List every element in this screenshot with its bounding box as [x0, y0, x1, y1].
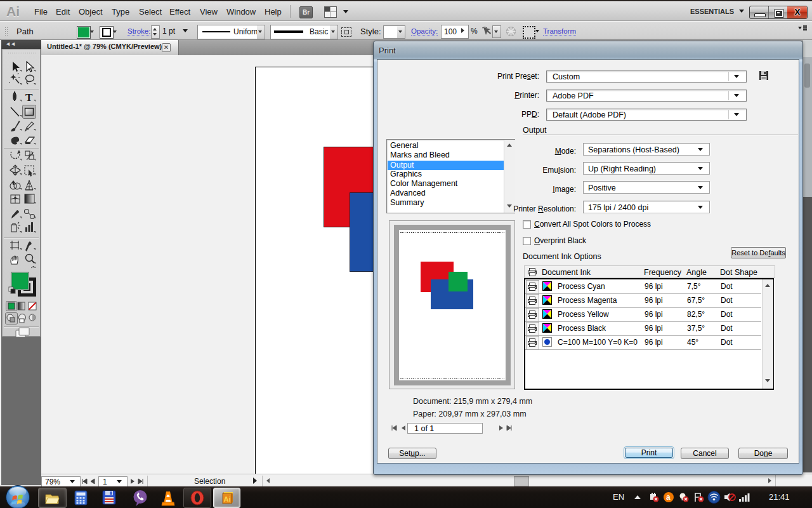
svg-text:Ai: Ai — [224, 495, 231, 503]
svg-text:a: a — [666, 493, 671, 502]
svg-text:T: T — [25, 91, 33, 104]
